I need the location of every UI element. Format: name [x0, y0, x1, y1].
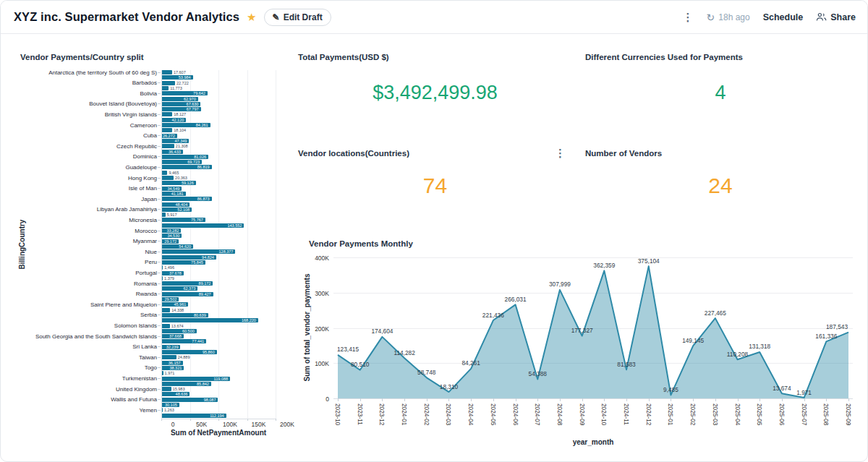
bar[interactable] — [162, 171, 167, 175]
data-point-label: 375,104 — [638, 257, 660, 265]
y-tick-label: 300K — [297, 290, 329, 297]
x-tick-mark — [537, 398, 538, 401]
country-label: Dominica — [12, 154, 157, 160]
bar[interactable] — [162, 70, 172, 74]
bar-value-label: 86,873 — [162, 197, 210, 201]
refresh-button[interactable]: ↻ 18h ago — [707, 12, 750, 23]
grid-line — [247, 70, 248, 419]
bar-value-label: 13,674 — [171, 324, 184, 328]
bar-value-label: 32,239 — [162, 345, 178, 349]
x-tick-mark — [738, 398, 739, 401]
bar[interactable] — [162, 86, 169, 90]
bar-value-label: 60,500 — [162, 329, 195, 333]
x-tick-mark — [360, 398, 361, 401]
y-tick-mark — [158, 410, 161, 411]
card-monthly-payments: Vendor Payments Monthly 0100K200K300K400… — [297, 236, 861, 450]
bar-value-label: 54,620 — [162, 244, 191, 249]
bar[interactable] — [162, 355, 176, 359]
bar-value-label: 48,404 — [162, 202, 187, 207]
bar[interactable] — [162, 324, 170, 328]
card-kebab-menu-icon[interactable]: ⋮ — [555, 147, 566, 158]
country-label: Bouvet Island (Bouvetoya) — [12, 101, 157, 107]
x-tick-mark — [471, 398, 472, 401]
month-label: 2025-02 — [689, 403, 697, 425]
y-tick-mark — [158, 241, 161, 241]
month-label: 2024-11 — [623, 403, 630, 425]
bar[interactable] — [162, 176, 174, 180]
bar[interactable] — [162, 81, 175, 85]
bar-value-label: 62,373 — [162, 286, 195, 291]
country-label: Turkmenistan — [12, 376, 157, 382]
bar[interactable] — [162, 387, 171, 391]
y-tick-mark — [158, 72, 161, 73]
bar[interactable] — [162, 112, 172, 116]
bar-value-label: 75,767 — [162, 218, 203, 222]
data-point-label: 187,543 — [826, 323, 848, 330]
month-label: 2024-05 — [490, 403, 497, 425]
bar-value-label: 98,087 — [162, 398, 216, 402]
country-label: Barbados — [12, 80, 157, 86]
month-label: 2025-08 — [822, 403, 830, 425]
country-split-bar-chart[interactable]: Antarctica (the territory South of 60 de… — [12, 70, 290, 419]
bar[interactable] — [162, 308, 170, 312]
month-label: 2024-07 — [534, 403, 541, 425]
bar[interactable] — [162, 408, 163, 412]
x-tick-mark — [338, 398, 339, 401]
schedule-label: Schedule — [763, 12, 804, 22]
data-point-label: 149,145 — [682, 337, 704, 344]
bar-value-label: 17,607 — [174, 70, 186, 74]
y-tick-mark — [158, 82, 161, 83]
bar-value-label: 119,088 — [162, 377, 228, 381]
monthly-payments-area-chart[interactable]: 0100K200K300K400K123,41580,510174,604114… — [297, 236, 861, 450]
bar[interactable] — [162, 276, 163, 281]
area-path[interactable] — [338, 266, 848, 398]
share-button[interactable]: Share — [816, 12, 856, 22]
favorite-star-icon[interactable]: ★ — [247, 12, 256, 22]
x-tick-mark — [560, 398, 561, 401]
bar-value-label: 24,889 — [178, 355, 190, 359]
x-tick-mark — [516, 398, 516, 401]
month-label: 2024-06 — [512, 403, 519, 425]
bar-value-label: 89,172 — [162, 281, 210, 286]
bar-value-label: 29,502 — [162, 297, 176, 301]
bar-value-label: 41,181 — [162, 192, 184, 196]
bar[interactable] — [162, 144, 174, 148]
bar-value-label: 15,983 — [173, 387, 185, 391]
bar[interactable] — [162, 213, 166, 217]
kpi-title: Vendor locations(Countries) — [298, 149, 409, 158]
x-axis-title: year_month — [333, 438, 853, 446]
bar-value-label: 80,639 — [162, 313, 206, 317]
y-tick-mark — [158, 135, 161, 136]
edit-draft-button[interactable]: ✎ Edit Draft — [264, 9, 331, 26]
data-point-label: 362,359 — [593, 262, 615, 269]
x-tick-mark — [782, 398, 783, 401]
bar-value-label: 128,377 — [162, 249, 233, 254]
country-label: Portugal — [12, 270, 157, 276]
y-tick-mark — [158, 325, 161, 326]
pencil-icon: ✎ — [273, 12, 280, 22]
kpi-title: Total Payments(USD $) — [298, 53, 389, 61]
bar-value-label: 62,970 — [162, 97, 196, 101]
bar-value-label: 75,845 — [162, 260, 203, 265]
data-point-label: 177,327 — [571, 327, 593, 334]
bar-value-label: 1,971 — [165, 371, 175, 375]
bar-value-label: 22,722 — [176, 81, 189, 85]
y-tick-label: 0 — [297, 395, 329, 403]
header-kebab-menu-icon[interactable]: ⋮ — [683, 12, 694, 22]
data-point-label: 54,388 — [529, 370, 548, 377]
data-point-label: 123,415 — [337, 346, 359, 353]
data-point-label: 110,208 — [727, 351, 749, 358]
schedule-button[interactable]: Schedule — [763, 12, 804, 22]
bar[interactable] — [162, 371, 163, 375]
month-label: 2024-01 — [401, 403, 408, 425]
month-label: 2025-07 — [801, 403, 808, 425]
y-tick-mark — [158, 294, 161, 294]
bar-value-label: 9,465 — [169, 171, 179, 175]
bar-value-label: 89,427 — [162, 292, 211, 296]
x-tick-mark — [693, 398, 694, 401]
x-tick-label: 100K — [217, 421, 243, 428]
area-chart-svg[interactable]: 123,41580,510174,604114,28258,74818,3108… — [333, 247, 853, 398]
bar[interactable] — [162, 128, 172, 132]
bar[interactable] — [162, 265, 163, 270]
x-tick-label: 150K — [246, 421, 272, 428]
